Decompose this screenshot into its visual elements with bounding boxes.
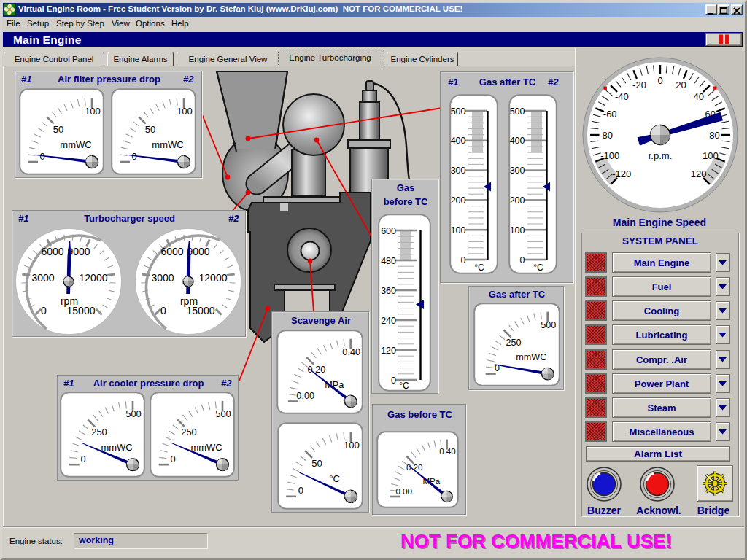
svg-text:0: 0 (461, 255, 466, 265)
svg-text:°C: °C (329, 473, 340, 484)
svg-text:300: 300 (451, 166, 466, 176)
svg-text:20: 20 (676, 79, 686, 90)
svg-text:100: 100 (510, 225, 525, 236)
svg-text:80: 80 (709, 130, 719, 141)
svg-text:-80: -80 (599, 130, 613, 141)
svg-text:500: 500 (215, 408, 231, 419)
svg-text:500: 500 (125, 408, 142, 419)
svg-text:480: 480 (381, 256, 396, 266)
svg-text:0.40: 0.40 (439, 446, 456, 456)
svg-text:250: 250 (506, 338, 521, 348)
svg-text:400: 400 (510, 136, 525, 146)
svg-text:rpm: rpm (61, 295, 78, 307)
svg-text:100: 100 (703, 150, 719, 161)
svg-text:120: 120 (381, 346, 396, 356)
svg-text:200: 200 (451, 195, 466, 206)
svg-text:50: 50 (311, 458, 322, 469)
svg-text:-40: -40 (615, 91, 629, 102)
svg-text:0: 0 (160, 305, 166, 316)
svg-text:mmWC: mmWC (101, 442, 133, 453)
svg-text:100: 100 (177, 106, 193, 117)
svg-text:mmWC: mmWC (191, 442, 222, 453)
svg-text:360: 360 (381, 286, 396, 296)
svg-text:0: 0 (391, 376, 396, 386)
svg-text:°C: °C (474, 262, 484, 273)
svg-text:6000: 6000 (41, 246, 63, 257)
svg-text:600: 600 (381, 226, 396, 236)
svg-text:r.p.m.: r.p.m. (649, 150, 673, 161)
svg-text:°C: °C (399, 381, 409, 391)
svg-text:12000: 12000 (199, 272, 228, 284)
svg-text:400: 400 (451, 136, 466, 146)
svg-text:250: 250 (181, 427, 197, 438)
svg-text:rpm: rpm (180, 295, 198, 307)
svg-text:°C: °C (533, 262, 543, 273)
svg-text:500: 500 (510, 106, 525, 117)
svg-text:mmWC: mmWC (516, 352, 546, 362)
svg-text:-20: -20 (632, 79, 646, 90)
svg-text:50: 50 (53, 124, 63, 135)
svg-text:-120: -120 (612, 168, 631, 179)
svg-text:3000: 3000 (31, 272, 54, 284)
svg-text:mmWC: mmWC (152, 139, 183, 150)
svg-text:300: 300 (510, 166, 525, 176)
svg-text:0: 0 (657, 75, 662, 86)
svg-text:100: 100 (344, 440, 360, 451)
svg-text:0: 0 (520, 255, 525, 265)
svg-text:0: 0 (80, 454, 85, 464)
svg-text:6000: 6000 (160, 246, 183, 257)
svg-text:40: 40 (693, 91, 703, 102)
svg-text:240: 240 (381, 316, 396, 326)
svg-text:mmWC: mmWC (60, 139, 91, 150)
svg-text:0.00: 0.00 (296, 391, 314, 401)
svg-text:0: 0 (298, 485, 303, 496)
svg-text:-60: -60 (603, 109, 617, 120)
svg-text:0.40: 0.40 (342, 347, 360, 357)
svg-text:500: 500 (541, 320, 556, 330)
svg-text:12000: 12000 (80, 272, 108, 284)
svg-text:3000: 3000 (151, 272, 174, 284)
svg-text:0: 0 (170, 454, 175, 464)
svg-text:0: 0 (41, 305, 47, 316)
svg-text:100: 100 (451, 225, 466, 236)
svg-text:500: 500 (451, 106, 466, 117)
svg-text:250: 250 (91, 427, 107, 438)
svg-text:120: 120 (691, 168, 707, 179)
svg-text:-100: -100 (600, 150, 619, 161)
svg-text:50: 50 (145, 124, 155, 135)
svg-text:200: 200 (510, 195, 525, 206)
svg-text:0.00: 0.00 (395, 486, 412, 496)
svg-text:100: 100 (85, 106, 101, 117)
